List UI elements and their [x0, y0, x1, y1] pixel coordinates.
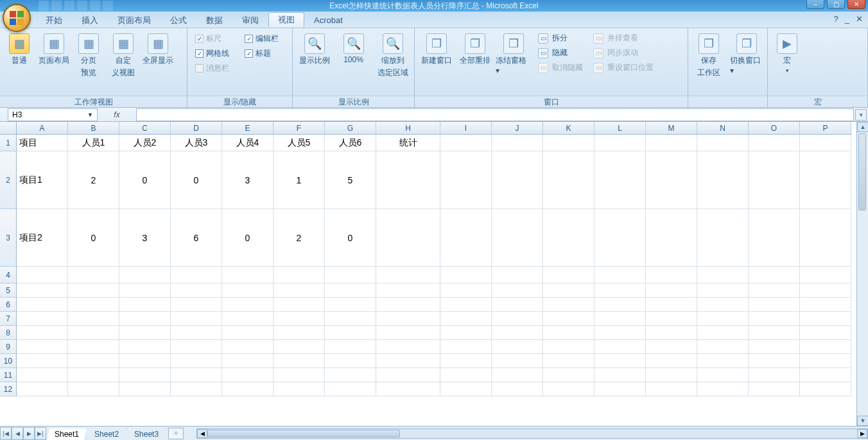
cell-C6[interactable]	[119, 298, 171, 312]
col-header-H[interactable]: H	[376, 122, 440, 135]
cell-L5[interactable]	[595, 283, 646, 298]
ribbon-tab-Acrobat[interactable]: Acrobat	[304, 12, 352, 28]
cell-N8[interactable]	[697, 326, 749, 340]
ribbon-tab-数据[interactable]: 数据	[196, 12, 232, 28]
cell-D2[interactable]: 0	[171, 151, 222, 209]
view-btn-自定[interactable]: ▦自定义视图	[108, 31, 139, 78]
cell-G6[interactable]	[325, 298, 376, 312]
cell-J3[interactable]	[492, 209, 543, 267]
window-small-隐藏[interactable]: ▭隐藏	[537, 47, 584, 59]
cell-A4[interactable]	[17, 267, 68, 283]
cell-G5[interactable]	[325, 283, 376, 298]
cell-K5[interactable]	[543, 283, 595, 298]
cell-E7[interactable]	[222, 312, 273, 326]
row-header-1[interactable]: 1	[0, 135, 17, 151]
cell-D7[interactable]	[171, 312, 222, 326]
cell-I2[interactable]	[440, 151, 492, 209]
cell-H11[interactable]	[376, 368, 440, 382]
cell-O11[interactable]	[749, 368, 800, 382]
cell-P12[interactable]	[800, 382, 851, 396]
cell-C9[interactable]	[119, 340, 171, 354]
cell-B10[interactable]	[68, 354, 119, 368]
window-btn-全部重排[interactable]: ❐全部重排	[457, 31, 493, 66]
cell-L11[interactable]	[595, 368, 646, 382]
cell-K4[interactable]	[543, 267, 595, 283]
minimize-button[interactable]: –	[806, 0, 824, 9]
cell-B6[interactable]	[68, 298, 119, 312]
row-header-10[interactable]: 10	[0, 354, 17, 368]
row-header-6[interactable]: 6	[0, 298, 17, 312]
cell-B7[interactable]	[68, 312, 119, 326]
cell-K9[interactable]	[543, 340, 595, 354]
cell-E2[interactable]: 3	[222, 151, 273, 209]
cell-D3[interactable]: 6	[171, 209, 222, 267]
cell-M9[interactable]	[646, 340, 697, 354]
tab-nav-last-icon[interactable]: ▶|	[35, 427, 46, 440]
cell-G4[interactable]	[325, 267, 376, 283]
cell-D11[interactable]	[171, 368, 222, 382]
row-header-11[interactable]: 11	[0, 368, 17, 382]
qat-print-icon[interactable]	[77, 1, 87, 11]
cell-L2[interactable]	[595, 151, 646, 209]
qat-redo-icon[interactable]	[64, 1, 74, 11]
ribbon-tab-公式[interactable]: 公式	[161, 12, 196, 28]
fx-icon[interactable]: fx	[114, 110, 119, 119]
cell-N9[interactable]	[697, 340, 749, 354]
cell-J4[interactable]	[492, 267, 543, 283]
ribbon-tab-插入[interactable]: 插入	[72, 12, 108, 28]
cell-G2[interactable]: 5	[325, 151, 376, 209]
window-btn-新建窗口[interactable]: ❐新建窗口	[419, 31, 455, 66]
qat-undo-icon[interactable]	[51, 1, 62, 11]
cell-I10[interactable]	[440, 354, 492, 368]
cell-I6[interactable]	[440, 298, 492, 312]
cell-N11[interactable]	[697, 368, 749, 382]
qat-open-icon[interactable]	[90, 1, 100, 11]
cell-H5[interactable]	[376, 283, 440, 298]
cell-K3[interactable]	[543, 209, 595, 267]
ribbon-minimize-icon[interactable]: _	[845, 14, 849, 24]
cell-G7[interactable]	[325, 312, 376, 326]
col-header-P[interactable]: P	[800, 122, 851, 135]
col-header-F[interactable]: F	[273, 122, 325, 135]
office-button[interactable]	[3, 4, 31, 32]
ribbon-tab-页面布局[interactable]: 页面布局	[108, 12, 161, 28]
cell-I4[interactable]	[440, 267, 492, 283]
zoom-btn-缩放到[interactable]: 🔍缩放到选定区域	[375, 31, 410, 78]
cell-D4[interactable]	[171, 267, 222, 283]
cell-N10[interactable]	[697, 354, 749, 368]
cell-H12[interactable]	[376, 382, 440, 396]
cell-L7[interactable]	[595, 312, 646, 326]
scroll-down-icon[interactable]: ▼	[857, 416, 868, 426]
col-header-J[interactable]: J	[492, 122, 543, 135]
cell-B5[interactable]	[68, 283, 119, 298]
help-icon[interactable]: ?	[834, 14, 838, 24]
row-header-5[interactable]: 5	[0, 283, 17, 298]
cell-A10[interactable]	[17, 354, 68, 368]
window-btn-冻结窗格[interactable]: ❐冻结窗格 ▾	[496, 31, 532, 75]
cell-C12[interactable]	[119, 382, 171, 396]
cell-O12[interactable]	[749, 382, 800, 396]
cell-I9[interactable]	[440, 340, 492, 354]
cell-P8[interactable]	[800, 326, 851, 340]
cell-L10[interactable]	[595, 354, 646, 368]
cell-J11[interactable]	[492, 368, 543, 382]
cell-P10[interactable]	[800, 354, 851, 368]
cell-G10[interactable]	[325, 354, 376, 368]
ribbon-close-icon[interactable]: ✕	[856, 14, 863, 24]
cell-L4[interactable]	[595, 267, 646, 283]
col-header-O[interactable]: O	[749, 122, 800, 135]
vertical-scrollbar[interactable]: ▲ ▼	[856, 122, 868, 426]
cell-O1[interactable]	[749, 135, 800, 151]
cell-N3[interactable]	[697, 209, 749, 267]
cell-O3[interactable]	[749, 209, 800, 267]
tab-nav-first-icon[interactable]: |◀	[0, 427, 12, 440]
cell-F8[interactable]	[273, 326, 325, 340]
select-all-corner[interactable]	[0, 122, 17, 135]
col-header-B[interactable]: B	[68, 122, 119, 135]
cell-F10[interactable]	[273, 354, 325, 368]
sheet-tab-Sheet3[interactable]: Sheet3	[126, 428, 167, 441]
tab-nav-next-icon[interactable]: ▶	[23, 427, 35, 440]
cell-D12[interactable]	[171, 382, 222, 396]
cell-H8[interactable]	[376, 326, 440, 340]
col-header-I[interactable]: I	[440, 122, 492, 135]
